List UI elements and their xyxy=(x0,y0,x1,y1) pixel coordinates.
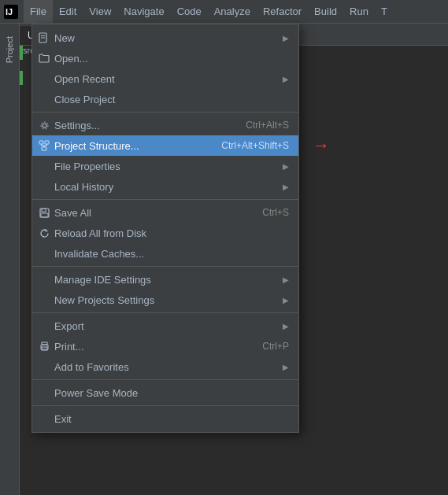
settings-shortcut: Ctrl+Alt+S xyxy=(230,120,289,131)
separator-5 xyxy=(32,379,298,380)
menu-item-reload[interactable]: Reload All from Disk xyxy=(32,223,298,243)
menu-build[interactable]: Build xyxy=(308,0,343,23)
svg-rect-19 xyxy=(42,342,47,345)
print-icon xyxy=(37,339,51,353)
sidebar: Project xyxy=(0,24,20,495)
sidebar-project-tab[interactable]: Project xyxy=(2,30,17,69)
menu-item-open-recent-label: Open Recent xyxy=(54,73,283,85)
save-all-shortcut: Ctrl+S xyxy=(246,207,289,218)
menu-item-settings-label: Settings... xyxy=(54,120,230,131)
menu-item-print[interactable]: Print... Ctrl+P xyxy=(32,336,298,356)
menu-code[interactable]: Code xyxy=(171,0,208,23)
svg-rect-7 xyxy=(39,141,43,144)
menu-item-new-label: New xyxy=(54,32,283,44)
new-arrow-icon: ▶ xyxy=(283,34,289,42)
menu-item-save-all-label: Save All xyxy=(54,207,246,219)
project-structure-shortcut: Ctrl+Alt+Shift+S xyxy=(205,140,289,151)
menu-item-project-structure-label: Project Structure... xyxy=(54,140,205,152)
add-favorites-arrow-icon: ▶ xyxy=(283,363,289,371)
save-icon xyxy=(37,205,51,220)
menu-navigate[interactable]: Navigate xyxy=(117,0,170,23)
separator-3 xyxy=(32,266,298,267)
new-icon xyxy=(37,31,51,45)
folder-icon xyxy=(37,51,51,65)
menu-item-power-save-label: Power Save Mode xyxy=(54,387,289,399)
menubar: IJ File Edit View Navigate Code Analyze … xyxy=(0,0,448,24)
menu-item-add-favorites[interactable]: Add to Favorites ▶ xyxy=(32,356,298,377)
menu-item-exit[interactable]: Exit xyxy=(32,408,298,429)
svg-rect-16 xyxy=(42,209,46,212)
menu-item-local-history-label: Local History xyxy=(54,181,283,193)
menu-item-exit-label: Exit xyxy=(54,413,289,425)
menu-run[interactable]: Run xyxy=(343,0,375,23)
menu-item-reload-label: Reload All from Disk xyxy=(54,227,289,239)
separator-6 xyxy=(32,405,298,406)
svg-point-5 xyxy=(43,124,46,127)
menu-edit[interactable]: Edit xyxy=(53,0,83,23)
menu-item-new[interactable]: New ▶ xyxy=(32,28,298,48)
open-recent-arrow-icon: ▶ xyxy=(283,75,289,83)
export-arrow-icon: ▶ xyxy=(283,322,289,331)
menu-item-open-label: Open... xyxy=(54,53,289,65)
separator-2 xyxy=(32,199,298,200)
menu-item-project-structure[interactable]: Project Structure... Ctrl+Alt+Shift+S → xyxy=(32,135,298,156)
menu-item-manage-ide[interactable]: Manage IDE Settings ▶ xyxy=(32,269,298,290)
menu-item-invalidate[interactable]: Invalidate Caches... xyxy=(32,243,298,264)
svg-text:IJ: IJ xyxy=(6,7,13,17)
menu-item-open-recent[interactable]: Open Recent ▶ xyxy=(32,68,298,89)
menu-item-close-project-label: Close Project xyxy=(54,94,289,105)
menu-item-file-properties-label: File Properties xyxy=(54,161,283,172)
menu-item-new-projects-label: New Projects Settings xyxy=(54,294,283,306)
settings-icon xyxy=(37,118,51,132)
separator-1 xyxy=(32,112,298,113)
gutter-arrow-2 xyxy=(20,71,23,85)
file-properties-arrow-icon: ▶ xyxy=(283,162,289,171)
menu-item-invalidate-label: Invalidate Caches... xyxy=(54,248,289,260)
separator-4 xyxy=(32,312,298,313)
svg-point-6 xyxy=(41,122,48,129)
file-dropdown-menu: New ▶ Open... Open Recent ▶ Close Projec… xyxy=(31,24,299,433)
reload-icon xyxy=(37,226,51,240)
menu-file[interactable]: File xyxy=(24,0,53,23)
local-history-arrow-icon: ▶ xyxy=(283,183,289,191)
menu-item-save-all[interactable]: Save All Ctrl+S xyxy=(32,202,298,223)
svg-rect-17 xyxy=(41,213,48,217)
menu-item-open[interactable]: Open... xyxy=(32,48,298,68)
menu-item-local-history[interactable]: Local History ▶ xyxy=(32,176,298,197)
menu-item-export[interactable]: Export ▶ xyxy=(32,316,298,336)
menu-analyze[interactable]: Analyze xyxy=(208,0,257,23)
app-logo: IJ xyxy=(3,4,19,20)
menu-item-new-projects[interactable]: New Projects Settings ▶ xyxy=(32,290,298,310)
menu-item-file-properties[interactable]: File Properties ▶ xyxy=(32,156,298,176)
menu-item-export-label: Export xyxy=(54,320,283,332)
menu-item-add-favorites-label: Add to Favorites xyxy=(54,361,283,373)
menu-item-print-label: Print... xyxy=(54,341,246,353)
project-structure-icon xyxy=(37,139,51,153)
svg-rect-9 xyxy=(42,147,46,150)
menu-item-settings[interactable]: Settings... Ctrl+Alt+S xyxy=(32,115,298,135)
print-shortcut: Ctrl+P xyxy=(246,341,289,352)
menu-t[interactable]: T xyxy=(375,0,394,23)
menu-item-close-project[interactable]: Close Project xyxy=(32,89,298,109)
svg-rect-8 xyxy=(45,141,49,144)
new-projects-arrow-icon: ▶ xyxy=(283,296,289,305)
manage-ide-arrow-icon: ▶ xyxy=(283,275,289,284)
menu-item-manage-ide-label: Manage IDE Settings xyxy=(54,274,283,286)
menu-refactor[interactable]: Refactor xyxy=(257,0,308,23)
menu-view[interactable]: View xyxy=(83,0,117,23)
menu-item-power-save[interactable]: Power Save Mode xyxy=(32,382,298,403)
